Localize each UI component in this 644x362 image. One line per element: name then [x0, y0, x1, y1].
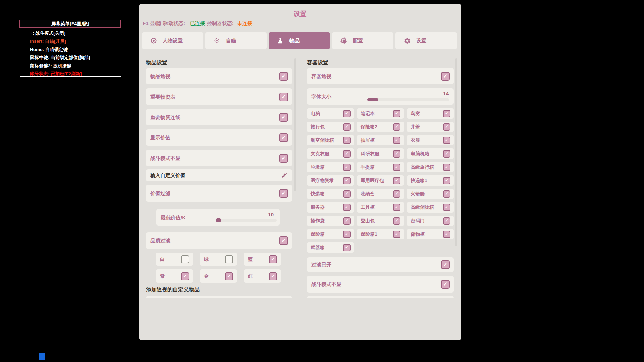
checkbox[interactable]	[393, 150, 400, 158]
quality-option[interactable]: 绿	[200, 253, 237, 266]
checkbox[interactable]	[279, 72, 288, 81]
checkbox[interactable]	[343, 164, 351, 171]
checkbox[interactable]	[441, 72, 450, 81]
checkbox[interactable]	[343, 123, 351, 131]
container-toggle[interactable]: 衣服	[407, 135, 454, 145]
checkbox[interactable]	[443, 123, 450, 131]
checkbox[interactable]	[225, 272, 233, 280]
checkbox[interactable]	[181, 272, 189, 280]
checkbox[interactable]	[279, 133, 288, 142]
checkbox[interactable]	[181, 255, 189, 263]
container-toggle[interactable]: 收纳盒	[357, 189, 404, 199]
container-toggle[interactable]: 快递箱	[307, 189, 354, 199]
quality-filter-row[interactable]: 品质过滤	[146, 232, 292, 249]
container-toggle[interactable]: 服务器	[307, 202, 354, 213]
container-toggle[interactable]: 储物柜	[407, 229, 454, 239]
container-toggle[interactable]: 保险箱2	[357, 122, 404, 132]
tab-aimbot[interactable]: 自瞄	[205, 32, 267, 49]
checkbox[interactable]	[343, 190, 351, 198]
tab-config[interactable]: 配置	[332, 32, 393, 49]
checkbox[interactable]	[393, 177, 400, 184]
container-toggle[interactable]: 操作袋	[307, 216, 354, 226]
container-toggle[interactable]: 电脑机箱	[407, 148, 454, 159]
checkbox[interactable]	[279, 93, 288, 101]
container-toggle[interactable]: 笔记本	[357, 108, 404, 119]
checkbox[interactable]	[343, 150, 351, 158]
tab-items[interactable]: 物品	[269, 32, 330, 49]
container-toggle[interactable]: 航空储物箱	[307, 135, 354, 145]
container-toggle[interactable]: 井盖	[407, 122, 454, 132]
checkbox[interactable]	[441, 260, 450, 269]
checkbox[interactable]	[279, 113, 288, 122]
checkbox[interactable]	[279, 189, 288, 198]
container-toggle[interactable]: 鸟窝	[407, 108, 454, 119]
filter-on-row[interactable]: 过滤已开	[307, 257, 454, 272]
right-scrollbar[interactable]	[455, 58, 457, 246]
checkbox[interactable]	[343, 177, 351, 184]
checkbox[interactable]	[443, 137, 450, 144]
checkbox[interactable]	[393, 123, 400, 131]
quality-option[interactable]: 红	[244, 269, 281, 283]
checkbox[interactable]	[393, 110, 400, 117]
container-toggle[interactable]: 武器箱	[307, 242, 354, 253]
container-toggle[interactable]: 保险箱1	[357, 229, 404, 239]
container-toggle[interactable]: 抽屉柜	[357, 135, 404, 145]
container-toggle[interactable]: 电脑	[307, 108, 354, 119]
container-toggle[interactable]: 医疗物资堆	[307, 175, 354, 186]
checkbox[interactable]	[343, 110, 351, 117]
checkbox[interactable]	[343, 137, 351, 144]
container-toggle[interactable]: 旅行包	[307, 122, 354, 132]
checkbox[interactable]	[393, 231, 400, 238]
container-toggle[interactable]: 垃圾箱	[307, 162, 354, 172]
checkbox[interactable]	[343, 204, 351, 211]
checkbox[interactable]	[343, 244, 351, 251]
checkbox[interactable]	[443, 177, 450, 184]
custom-value-input-row[interactable]: 输入自定义价值	[146, 169, 292, 181]
checkbox[interactable]	[441, 280, 450, 289]
container-toggle[interactable]: 军用医疗包	[357, 175, 404, 186]
checkbox[interactable]	[269, 255, 277, 263]
checkbox[interactable]	[393, 164, 400, 171]
checkbox[interactable]	[393, 190, 400, 198]
checkbox[interactable]	[443, 150, 450, 158]
tab-settings[interactable]: 设置	[395, 32, 457, 49]
value-filter-row[interactable]: 价值过滤	[146, 185, 292, 202]
container-toggle[interactable]: 登山包	[357, 216, 404, 226]
container-toggle[interactable]: 手提箱	[357, 162, 404, 172]
quality-option[interactable]: 金	[200, 269, 237, 283]
slider-fill[interactable]	[367, 98, 378, 101]
checkbox[interactable]	[393, 217, 400, 225]
quality-option[interactable]: 紫	[156, 269, 193, 283]
checkbox[interactable]	[443, 204, 450, 211]
toggle-row[interactable]: 重要物资表	[146, 88, 292, 105]
toggle-row[interactable]: 显示价值	[146, 129, 292, 146]
container-toggle[interactable]: 快递箱1	[407, 175, 454, 186]
container-esp-row[interactable]: 容器透视	[307, 68, 454, 84]
combat-hide-row[interactable]: 战斗模式不显	[307, 276, 454, 293]
checkbox[interactable]	[443, 231, 450, 238]
container-toggle[interactable]: 高级旅行箱	[407, 162, 454, 172]
quality-option[interactable]: 蓝	[244, 253, 281, 266]
toggle-row[interactable]: 重要物资连线	[146, 109, 292, 125]
pen-icon[interactable]	[281, 172, 287, 179]
checkbox[interactable]	[393, 137, 400, 144]
slider-handle[interactable]	[216, 218, 221, 222]
tab-character-settings[interactable]: 人物设置	[142, 32, 203, 49]
checkbox[interactable]	[343, 217, 351, 225]
container-toggle[interactable]: 科研衣服	[357, 148, 404, 159]
checkbox[interactable]	[443, 217, 450, 225]
checkbox[interactable]	[443, 110, 450, 117]
checkbox[interactable]	[269, 272, 277, 280]
container-toggle[interactable]: 密码门	[407, 216, 454, 226]
container-toggle[interactable]: 火箭舱	[407, 189, 454, 199]
toggle-row[interactable]: 物品透视	[146, 68, 292, 84]
checkbox[interactable]	[279, 154, 288, 163]
quality-option[interactable]: 白	[156, 253, 193, 266]
min-value-slider[interactable]	[216, 219, 277, 222]
container-toggle[interactable]: 高级储物箱	[407, 202, 454, 213]
checkbox[interactable]	[443, 164, 450, 171]
checkbox[interactable]	[393, 204, 400, 211]
checkbox[interactable]	[443, 190, 450, 198]
container-toggle[interactable]: 工具柜	[357, 202, 404, 213]
checkbox[interactable]	[343, 231, 351, 238]
